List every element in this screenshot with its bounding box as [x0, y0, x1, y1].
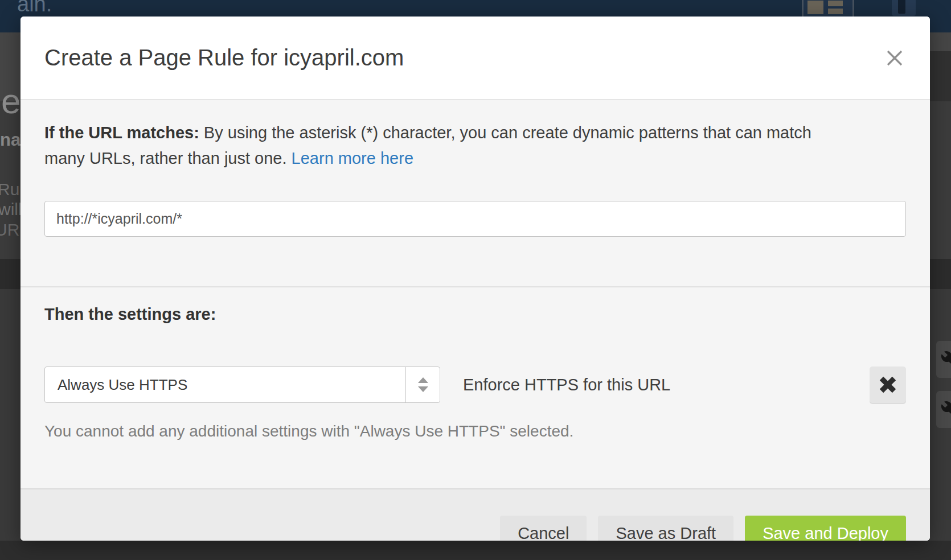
remove-setting-button[interactable] — [870, 367, 906, 403]
select-stepper-icon — [405, 367, 440, 402]
setting-select[interactable]: Always Use HTTPS — [44, 367, 440, 403]
wrench-icon — [940, 400, 951, 421]
bg-text-fragment: Ru — [0, 180, 19, 199]
setting-description: Enforce HTTPS for this URL — [463, 376, 670, 394]
create-page-rule-modal: Create a Page Rule for icyapril.com If t… — [21, 17, 930, 541]
setting-select-value: Always Use HTTPS — [45, 367, 405, 402]
settings-heading: Then the settings are: — [44, 304, 906, 324]
toolbar-icon — [892, 0, 916, 16]
save-and-deploy-button[interactable]: Save and Deploy — [745, 516, 906, 541]
chevron-down-icon — [418, 386, 428, 392]
bg-text-fragment: UR — [0, 220, 19, 240]
modal-footer: Cancel Save as Draft Save and Deploy — [21, 489, 930, 541]
page-title: Create a Page Rule for icyapril.com — [44, 45, 404, 71]
cancel-button[interactable]: Cancel — [500, 516, 587, 541]
modal-header: Create a Page Rule for icyapril.com — [21, 17, 930, 100]
url-pattern-input[interactable] — [44, 201, 906, 237]
setting-helper-text: You cannot add any additional settings w… — [44, 422, 906, 440]
remove-x-icon — [879, 376, 896, 393]
close-icon — [885, 48, 904, 68]
url-match-description-line2: many URLs, rather than just one. — [44, 149, 287, 167]
bg-edit-setting-button — [936, 391, 951, 428]
bg-page-band — [0, 541, 951, 560]
bg-text-fragment: will — [0, 200, 22, 219]
wrench-icon — [940, 350, 951, 370]
learn-more-link[interactable]: Learn more here — [292, 149, 413, 167]
url-match-section: If the URL matches: By using the asteris… — [21, 100, 930, 287]
url-match-label: If the URL matches: — [44, 123, 199, 142]
url-match-paragraph: If the URL matches: By using the asteris… — [44, 120, 906, 171]
settings-section: Then the settings are: Always Use HTTPS … — [21, 287, 930, 489]
bg-domain-text-fragment: ain. — [17, 0, 52, 17]
chevron-up-icon — [418, 377, 428, 383]
bg-text-fragment: e — [1, 81, 21, 121]
screen: ain. e nav Ru will UR Create a Page Rule… — [0, 0, 951, 560]
setting-row: Always Use HTTPS Enforce HTTPS for this … — [44, 367, 906, 403]
save-as-draft-button[interactable]: Save as Draft — [598, 516, 733, 541]
bg-page-band — [930, 51, 951, 101]
close-button[interactable] — [883, 47, 906, 69]
url-match-description-line1: By using the asterisk (*) character, you… — [204, 123, 811, 142]
bg-edit-setting-button — [936, 341, 951, 378]
